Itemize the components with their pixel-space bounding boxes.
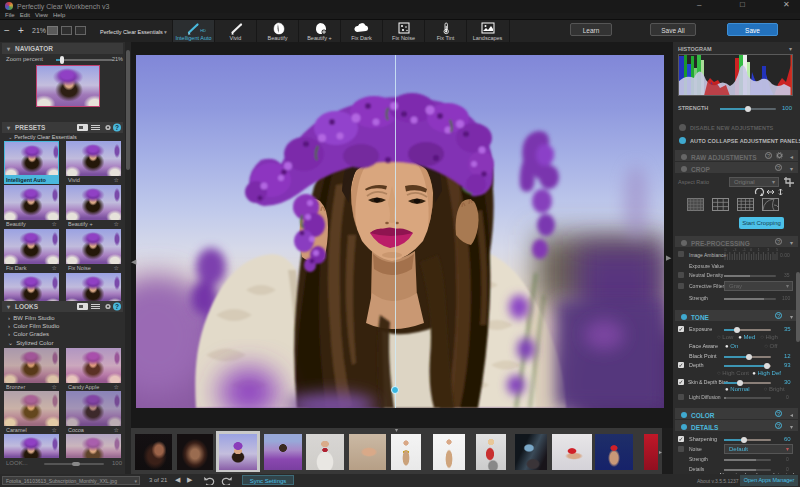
svg-text:3: 3	[767, 248, 770, 252]
svg-text:-3: -3	[733, 248, 737, 252]
svg-text:?: ?	[115, 303, 119, 310]
svg-text:5: 5	[776, 248, 778, 252]
svg-text:-5: -5	[724, 248, 728, 252]
svg-text:?: ?	[115, 124, 119, 131]
svg-text:-1: -1	[742, 248, 746, 252]
svg-text:1: 1	[757, 248, 760, 252]
svg-text:0: 0	[750, 248, 753, 252]
